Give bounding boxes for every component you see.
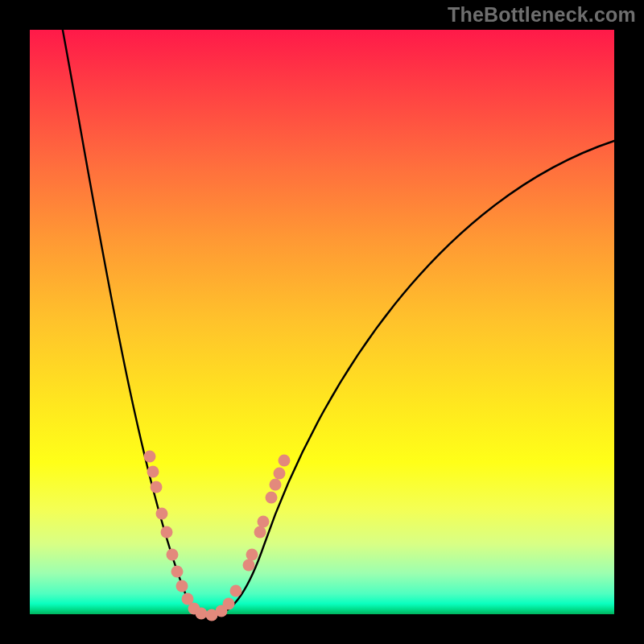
scatter-point bbox=[279, 455, 291, 467]
scatter-point bbox=[196, 608, 208, 620]
scatter-point bbox=[144, 451, 156, 463]
scatter-point bbox=[151, 481, 163, 493]
scatter-point bbox=[246, 549, 258, 561]
scatter-point bbox=[223, 598, 235, 610]
scatter-point bbox=[156, 508, 168, 520]
scatter-point bbox=[254, 526, 266, 539]
scatter-point bbox=[161, 526, 173, 539]
chart-frame: TheBottleneck.com bbox=[0, 0, 644, 644]
scatter-point bbox=[147, 466, 159, 478]
plot-area bbox=[30, 30, 614, 614]
scatter-point bbox=[167, 549, 179, 561]
scatter-point bbox=[176, 580, 188, 592]
chart-svg bbox=[30, 30, 614, 614]
scatter-point bbox=[270, 479, 282, 491]
scatter-point bbox=[274, 468, 286, 480]
bottleneck-curve bbox=[61, 22, 614, 614]
scatter-point bbox=[230, 585, 242, 597]
scatter-point bbox=[266, 492, 278, 504]
scatter-point bbox=[243, 559, 255, 572]
watermark-text: TheBottleneck.com bbox=[448, 3, 636, 27]
scatter-point bbox=[171, 566, 184, 578]
scatter-point bbox=[258, 516, 270, 528]
